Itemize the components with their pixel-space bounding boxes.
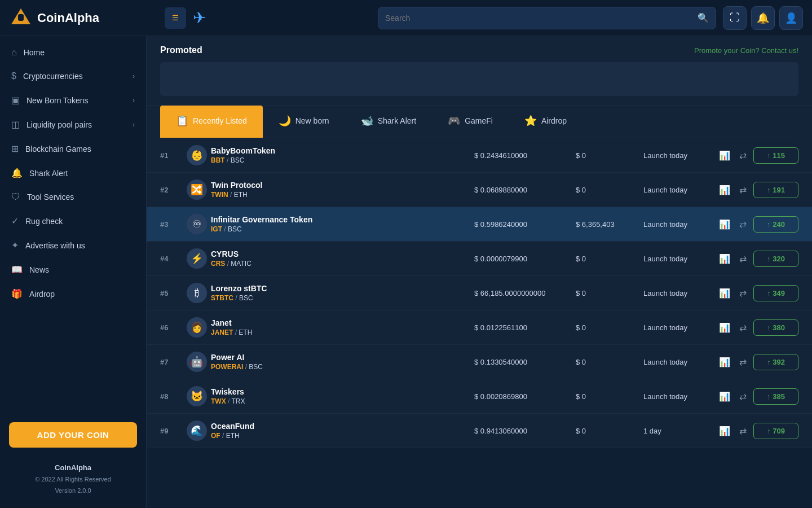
app-name: CoinAlpha xyxy=(37,11,99,25)
chart-button[interactable]: 📊 xyxy=(717,182,732,198)
chart-button[interactable]: 📊 xyxy=(717,148,732,163)
coin-info: Twin Protocol TWIN / ETH xyxy=(211,181,474,199)
vote-button[interactable]: 709 xyxy=(753,423,798,439)
chart-button[interactable]: 📊 xyxy=(717,217,732,232)
swap-button[interactable]: ⇄ xyxy=(737,148,749,163)
coin-logo-col: ₿ xyxy=(183,283,211,303)
table-row[interactable]: #7 🤖 Power AI POWERAI / BSC $ 0.13305400… xyxy=(147,345,812,379)
chart-button[interactable]: 📊 xyxy=(717,389,732,404)
tab-label: New born xyxy=(295,116,329,125)
table-row[interactable]: #4 ⚡ CYRUS CRS / MATIC $ 0.0000079900 $ … xyxy=(147,242,812,276)
coin-price: $ 0.1330540000 xyxy=(474,358,576,366)
sidebar-item-liquidity-pool[interactable]: ◫ Liquidity pool pairs › xyxy=(0,112,146,137)
table-row[interactable]: #6 👩 Janet JANET / ETH $ 0.0122561100 $ … xyxy=(147,310,812,345)
coin-logo-col: 🐱 xyxy=(183,386,211,406)
vote-button[interactable]: 320 xyxy=(753,251,798,267)
tab-gamefi[interactable]: 🎮 GameFi xyxy=(432,106,509,138)
header-icons: ⛶ 🔔 👤 xyxy=(723,6,803,30)
alert-icon: 🔔 xyxy=(11,168,23,178)
coin-price: $ 0.0122561100 xyxy=(474,323,576,332)
search-input[interactable] xyxy=(385,14,698,23)
sidebar-item-new-born-tokens[interactable]: ▣ New Born Tokens › xyxy=(0,88,146,112)
coin-name: OceanFund xyxy=(211,422,474,431)
swap-button[interactable]: ⇄ xyxy=(737,217,749,232)
layers-icon: ◫ xyxy=(11,119,20,130)
vote-button[interactable]: 385 xyxy=(753,388,798,405)
notifications-button[interactable]: 🔔 xyxy=(751,6,775,30)
table-row[interactable]: #9 🌊 OceanFund OF / ETH $ 0.9413060000 $… xyxy=(147,414,812,448)
swap-button[interactable]: ⇄ xyxy=(737,182,749,198)
sidebar-footer: CoinAlpha © 2022 All Rights Reserved Ver… xyxy=(0,454,146,503)
coin-symbol: CRS xyxy=(211,260,225,268)
coin-info: CYRUS CRS / MATIC xyxy=(211,249,474,268)
coin-logo-col: 👩 xyxy=(183,317,211,338)
swap-button[interactable]: ⇄ xyxy=(737,320,749,335)
sidebar-item-airdrop[interactable]: 🎁 Airdrop xyxy=(0,282,146,306)
chart-button[interactable]: 📊 xyxy=(717,354,732,370)
logo-icon xyxy=(9,6,33,30)
vote-button[interactable]: 240 xyxy=(753,216,798,233)
recently-listed-tab-icon: 📋 xyxy=(176,115,188,127)
vote-button[interactable]: 115 xyxy=(753,147,798,164)
coin-symbol: IGT xyxy=(211,225,222,233)
chart-button[interactable]: 📊 xyxy=(717,423,732,439)
swap-button[interactable]: ⇄ xyxy=(737,286,749,301)
chart-button[interactable]: 📊 xyxy=(717,251,732,266)
coin-logo: ♾ xyxy=(187,214,207,234)
coin-launch: Launch today xyxy=(643,220,717,229)
swap-button[interactable]: ⇄ xyxy=(737,423,749,439)
vote-button[interactable]: 380 xyxy=(753,319,798,336)
sidebar-item-label: Tool Services xyxy=(27,192,74,202)
logo-area: CoinAlpha xyxy=(9,6,156,30)
coin-name: Infinitar Governance Token xyxy=(211,215,474,224)
coin-info: OceanFund OF / ETH xyxy=(211,422,474,440)
sidebar-item-shark-alert[interactable]: 🔔 Shark Alert xyxy=(0,161,146,185)
sidebar-item-advertise[interactable]: ✦ Advertise with us xyxy=(0,233,146,257)
vote-button[interactable]: 349 xyxy=(753,285,798,301)
swap-button[interactable]: ⇄ xyxy=(737,251,749,266)
coin-rank: #6 xyxy=(160,323,183,332)
coin-base: MATIC xyxy=(231,260,251,268)
coin-logo: 👩 xyxy=(187,317,207,338)
swap-button[interactable]: ⇄ xyxy=(737,389,749,404)
tab-airdrop[interactable]: ⭐ Airdrop xyxy=(509,106,582,138)
hamburger-button[interactable]: ☰ xyxy=(165,7,186,29)
coin-actions: 📊 ⇄ 392 xyxy=(717,354,798,370)
promoted-section: Promoted Promote your Coin? Contact us! xyxy=(147,36,812,106)
sidebar-item-rug-check[interactable]: ✓ Rug check xyxy=(0,209,146,233)
sidebar-item-cryptocurrencies[interactable]: $ Cryptocurrencies › xyxy=(0,64,146,88)
vote-button[interactable]: 191 xyxy=(753,182,798,198)
tab-new-born[interactable]: 🌙 New born xyxy=(263,106,345,138)
table-row[interactable]: #1 👶 BabyBoomToken BBT / BSC $ 0.2434610… xyxy=(147,138,812,173)
promoted-cta[interactable]: Promote your Coin? Contact us! xyxy=(694,46,798,55)
table-row[interactable]: #3 ♾ Infinitar Governance Token IGT / BS… xyxy=(147,207,812,242)
table-row[interactable]: #5 ₿ Lorenzo stBTC STBTC / BSC $ 66,185.… xyxy=(147,276,812,310)
sidebar-item-label: News xyxy=(29,265,49,274)
sidebar-item-home[interactable]: ⌂ Home xyxy=(0,41,146,64)
coin-pair: TWIN / ETH xyxy=(211,191,474,199)
add-coin-button[interactable]: ADD YOUR COIN xyxy=(9,422,137,448)
coin-name: Janet xyxy=(211,318,474,327)
sidebar-item-blockchain-games[interactable]: ⊞ Blockchain Games xyxy=(0,137,146,161)
telegram-button[interactable]: ✈ xyxy=(193,8,206,27)
coin-base: TRX xyxy=(231,397,245,405)
coin-launch: Launch today xyxy=(643,358,717,366)
coin-actions: 📊 ⇄ 320 xyxy=(717,251,798,267)
table-row[interactable]: #2 🔀 Twin Protocol TWIN / ETH $ 0.068988… xyxy=(147,173,812,207)
vote-button[interactable]: 392 xyxy=(753,354,798,370)
table-row[interactable]: #8 🐱 Twiskers TWX / TRX $ 0.0020869800 $… xyxy=(147,379,812,414)
fullscreen-button[interactable]: ⛶ xyxy=(723,6,747,30)
sidebar-item-news[interactable]: 📖 News xyxy=(0,257,146,282)
swap-button[interactable]: ⇄ xyxy=(737,354,749,370)
sidebar-item-tool-services[interactable]: 🛡 Tool Services xyxy=(0,185,146,209)
coin-launch: Launch today xyxy=(643,323,717,332)
chart-button[interactable]: 📊 xyxy=(717,320,732,335)
user-button[interactable]: 👤 xyxy=(779,6,803,30)
coin-launch: Launch today xyxy=(643,255,717,263)
chart-button[interactable]: 📊 xyxy=(717,286,732,301)
main-content: Promoted Promote your Coin? Contact us! … xyxy=(147,36,812,508)
tab-shark-alert[interactable]: 🐋 Shark Alert xyxy=(345,106,432,138)
coin-symbol: TWIN xyxy=(211,191,228,199)
coin-pair: OF / ETH xyxy=(211,432,474,440)
tab-recently-listed[interactable]: 📋 Recently Listed xyxy=(160,106,263,138)
